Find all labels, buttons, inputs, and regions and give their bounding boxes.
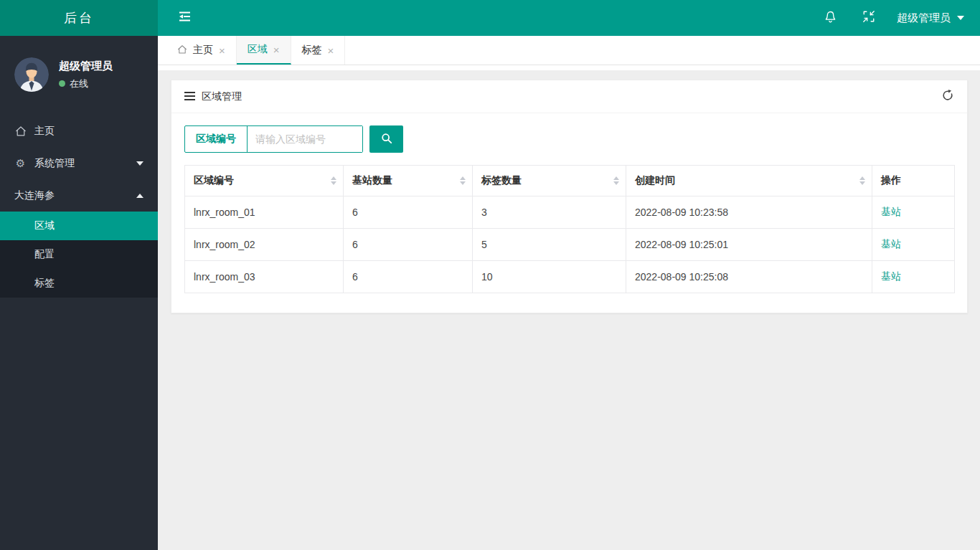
table-row: lnrx_room_01 6 3 2022-08-09 10:23:58 基站 [185,196,955,229]
search-input[interactable] [248,126,362,152]
tab-label: 主页 [193,44,213,57]
sidebar-item-home[interactable]: 主页 [0,115,158,147]
cell-actions: 基站 [872,261,955,293]
sidebar-menu: 主页 ⚙ 系统管理 大连海参 区域 配置 标签 [0,115,158,298]
user-status: 在线 [59,77,113,90]
column-header-created-time[interactable]: 创建时间 [626,166,872,196]
cell-tag-count: 3 [473,196,626,229]
sidebar-user-name: 超级管理员 [59,60,113,73]
cell-tag-count: 10 [473,261,626,293]
search-group: 区域编号 [184,125,363,153]
menu-lines-icon [184,91,195,103]
close-icon[interactable]: × [328,45,334,56]
cell-station-count: 6 [344,229,473,261]
panel-body: 区域编号 [171,113,967,313]
search-icon [381,133,392,146]
topbar: 后台 [0,0,980,36]
sidebar-item-label: 区域 [34,219,55,232]
tab-label: 区域 [248,43,268,56]
chevron-down-icon [136,161,143,166]
sort-icon[interactable] [613,176,619,185]
column-header-area-id[interactable]: 区域编号 [185,166,344,196]
sidebar-item-label: 主页 [34,125,55,138]
panel-header: 区域管理 [171,80,967,113]
cell-created-time: 2022-08-09 10:23:58 [626,196,872,229]
base-station-link[interactable]: 基站 [881,270,901,282]
cell-area-id: lnrx_room_03 [185,261,344,293]
table-row: lnrx_room_02 6 5 2022-08-09 10:25:01 基站 [185,229,955,261]
search-row: 区域编号 [184,125,955,153]
sidebar-user-block: 超级管理员 在线 [0,36,158,106]
home-icon [14,125,27,137]
sidebar: 超级管理员 在线 主页 ⚙ 系统管理 大连海参 [0,36,158,550]
collapse-menu-icon [177,11,192,25]
sort-icon[interactable] [331,176,336,185]
cell-actions: 基站 [872,229,955,261]
region-management-panel: 区域管理 区域编号 [171,80,968,313]
region-table: 区域编号 基站数量 标签数量 [184,165,955,293]
base-station-link[interactable]: 基站 [881,206,901,217]
panel-title-text: 区域管理 [202,90,242,103]
topbar-username: 超级管理员 [897,11,951,25]
column-header-actions: 操作 [872,166,955,196]
sidebar-item-config[interactable]: 配置 [0,240,158,269]
panel-title: 区域管理 [184,90,242,103]
sidebar-item-system-management[interactable]: ⚙ 系统管理 [0,147,158,179]
refresh-icon [941,89,954,105]
user-menu-dropdown[interactable]: 超级管理员 [897,11,964,25]
avatar [14,57,49,92]
sidebar-collapse-button[interactable] [175,9,194,27]
notifications-button[interactable] [821,9,839,27]
tab-home[interactable]: 主页 × [166,36,237,65]
chevron-down-icon [957,16,964,20]
main-area: 主页 × 区域 × 标签 × [158,36,980,550]
sort-icon[interactable] [460,176,466,185]
online-dot-icon [59,80,65,87]
cell-created-time: 2022-08-09 10:25:08 [626,261,872,293]
sidebar-submenu: 区域 配置 标签 [0,212,158,298]
cell-actions: 基站 [872,196,955,229]
column-header-station-count[interactable]: 基站数量 [344,166,473,196]
close-icon[interactable]: × [273,44,280,55]
sidebar-item-dalian-haishen[interactable]: 大连海参 [0,179,158,212]
bell-icon [824,10,837,27]
table-row: lnrx_room_03 6 10 2022-08-09 10:25:08 基站 [185,261,955,293]
home-icon [177,44,187,57]
chevron-up-icon [136,194,143,198]
sidebar-item-label: 标签 [34,277,55,290]
sort-icon[interactable] [859,176,865,185]
sidebar-item-tags[interactable]: 标签 [0,269,158,298]
tab-tags[interactable]: 标签 × [291,36,346,65]
close-icon[interactable]: × [219,45,225,56]
cell-station-count: 6 [344,261,473,293]
cell-area-id: lnrx_room_02 [185,229,344,261]
user-status-label: 在线 [70,77,88,90]
sidebar-item-region[interactable]: 区域 [0,212,158,240]
refresh-button[interactable] [941,89,954,105]
tab-bar: 主页 × 区域 × 标签 × [158,36,980,70]
tab-region[interactable]: 区域 × [237,36,291,65]
table-header-row: 区域编号 基站数量 标签数量 [185,166,955,196]
topbar-main: 超级管理员 [158,0,980,36]
cell-area-id: lnrx_room_01 [185,196,344,229]
sidebar-item-label: 配置 [34,248,55,261]
app-logo: 后台 [0,0,158,36]
gear-icon: ⚙ [14,157,27,170]
search-field-label: 区域编号 [185,126,248,152]
sidebar-item-label: 系统管理 [34,157,75,170]
column-header-tag-count[interactable]: 标签数量 [473,166,626,196]
tab-label: 标签 [302,44,322,57]
cell-station-count: 6 [344,196,473,229]
base-station-link[interactable]: 基站 [881,238,901,250]
sidebar-item-label: 大连海参 [14,189,55,202]
cell-created-time: 2022-08-09 10:25:01 [626,229,872,261]
cell-tag-count: 5 [473,229,626,261]
compress-screen-icon [862,10,875,26]
search-button[interactable] [369,125,403,153]
fullscreen-toggle-button[interactable] [859,9,878,27]
content-area: 区域管理 区域编号 [158,70,980,313]
